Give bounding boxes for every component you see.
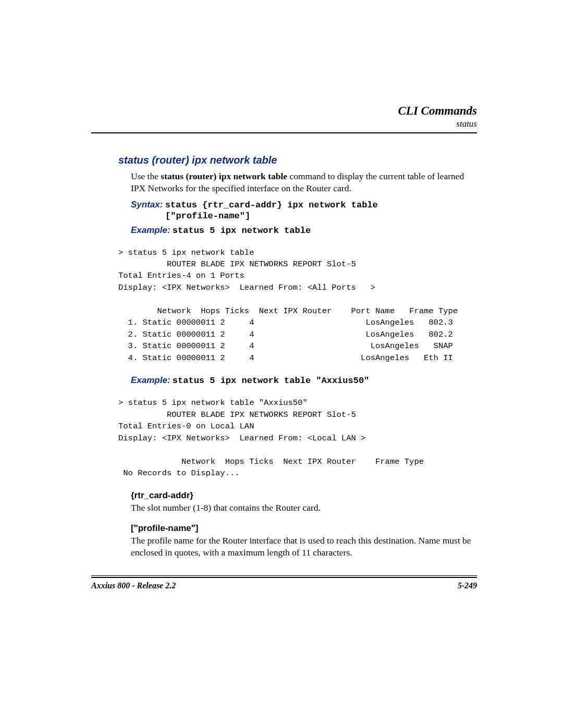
page-content: CLI Commands status status (router) ipx … <box>91 104 477 564</box>
example2-command: status 5 ipx network table "Axxius50" <box>173 376 369 386</box>
syntax-command-line2: ["profile-name"] <box>118 211 477 221</box>
syntax-command-line1: status {rtr_card-addr} ipx network table <box>165 200 378 210</box>
page-footer: Axxius 800 - Release 2.2 5-249 <box>91 575 477 590</box>
footer-row: Axxius 800 - Release 2.2 5-249 <box>91 581 477 590</box>
param1-heading: {rtr_card-addr} <box>118 490 477 501</box>
header-subtitle: status <box>91 119 477 129</box>
header-title: CLI Commands <box>91 104 477 118</box>
page-header: CLI Commands status <box>91 104 477 129</box>
footer-left: Axxius 800 - Release 2.2 <box>91 581 176 590</box>
example1-output: > status 5 ipx network table ROUTER BLAD… <box>118 247 477 364</box>
example1-row: Example: status 5 ipx network table <box>118 225 477 236</box>
example1-command: status 5 ipx network table <box>173 226 311 236</box>
footer-rule-thick <box>91 577 477 578</box>
content-body: status (router) ipx network table Use th… <box>91 154 477 559</box>
syntax-row: Syntax: status {rtr_card-addr} ipx netwo… <box>118 200 477 210</box>
param2-text: The profile name for the Router interfac… <box>118 535 477 559</box>
section-title: status (router) ipx network table <box>118 154 477 166</box>
param2-heading: ["profile-name"] <box>118 523 477 534</box>
intro-paragraph: Use the status (router) ipx network tabl… <box>118 170 477 194</box>
syntax-label: Syntax: <box>131 200 163 209</box>
example2-row: Example: status 5 ipx network table "Axx… <box>118 375 477 386</box>
param1-text: The slot number (1-8) that contains the … <box>118 502 477 514</box>
intro-bold: status (router) ipx network table <box>161 171 287 181</box>
footer-right: 5-249 <box>458 581 477 590</box>
header-rule <box>91 132 477 133</box>
example2-output: > status 5 ipx network table "Axxius50" … <box>118 397 477 479</box>
example1-label: Example: <box>131 225 170 235</box>
footer-rule-thin <box>91 575 477 576</box>
example2-label: Example: <box>131 375 170 385</box>
intro-pre: Use the <box>131 171 161 181</box>
